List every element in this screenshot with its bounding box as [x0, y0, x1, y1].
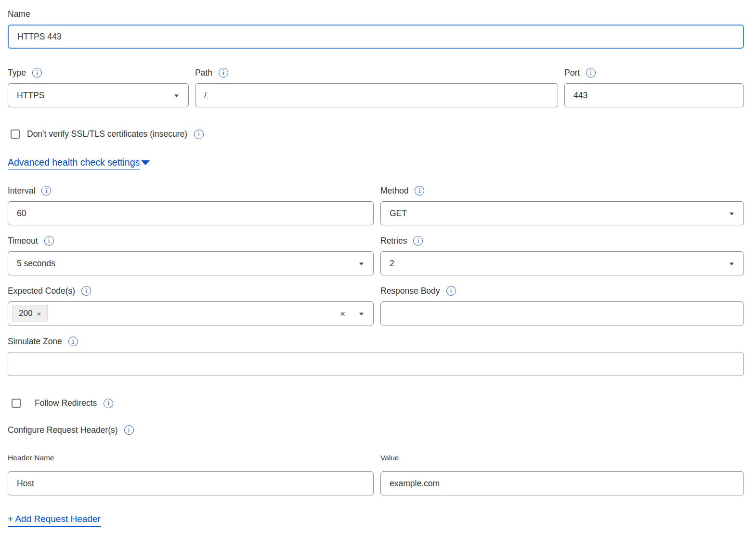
port-label: Port i — [564, 67, 744, 78]
header-name-input[interactable] — [8, 471, 374, 495]
info-icon[interactable]: i — [446, 286, 456, 296]
response-body-input[interactable] — [380, 301, 744, 325]
port-input[interactable] — [564, 83, 744, 107]
method-select[interactable]: GET ▼ — [380, 201, 744, 225]
timeout-label-text: Timeout — [8, 235, 38, 246]
health-check-form: Name Type i HTTPS ▼ Path i Port i — [0, 0, 756, 533]
info-icon[interactable]: i — [586, 68, 596, 78]
timeout-select[interactable]: 5 seconds ▼ — [8, 251, 374, 275]
header-name-label: Header Name — [8, 453, 374, 463]
path-label-text: Path — [195, 67, 212, 78]
path-label: Path i — [195, 67, 558, 78]
port-label-text: Port — [564, 67, 580, 78]
retries-label-text: Retries — [380, 235, 407, 246]
path-field: Path i — [195, 67, 558, 107]
insecure-checkbox-label: Don't verify SSL/TLS certificates (insec… — [27, 129, 187, 139]
name-label: Name — [8, 9, 744, 19]
chevron-down-icon[interactable]: ▼ — [358, 311, 365, 316]
retries-field: Retries i 2 ▼ — [380, 235, 744, 275]
header-value-field: Value — [380, 453, 744, 495]
retries-label: Retries i — [380, 235, 744, 246]
interval-label-text: Interval — [8, 185, 35, 196]
name-label-text: Name — [8, 9, 30, 19]
info-icon[interactable]: i — [41, 186, 51, 195]
expected-codes-label: Expected Code(s) i — [8, 286, 374, 296]
advanced-settings-link-text: Advanced health check settings — [8, 157, 140, 169]
retries-select-value: 2 — [390, 259, 729, 269]
retries-select[interactable]: 2 ▼ — [380, 251, 744, 275]
expected-codes-label-text: Expected Code(s) — [8, 286, 75, 296]
type-select-value: HTTPS — [17, 91, 173, 101]
response-body-label-text: Response Body — [380, 286, 440, 296]
simulate-zone-field: Simulate Zone i — [8, 336, 744, 376]
method-field: Method i GET ▼ — [380, 185, 744, 225]
request-header-row: Header Name Value — [8, 453, 744, 495]
info-icon[interactable]: i — [81, 286, 91, 296]
response-body-label: Response Body i — [380, 286, 744, 296]
chevron-down-icon: ▼ — [173, 92, 180, 98]
add-request-header-link[interactable]: + Add Request Header — [8, 514, 101, 527]
header-name-field: Header Name — [8, 453, 374, 495]
insecure-checkbox-row: Don't verify SSL/TLS certificates (insec… — [11, 129, 744, 139]
header-value-input[interactable] — [380, 471, 744, 495]
expected-codes-field: Expected Code(s) i 200 × × ▼ — [8, 286, 374, 325]
type-label: Type i — [8, 67, 189, 78]
expected-codes-multiselect[interactable]: 200 × × ▼ — [8, 301, 374, 325]
interval-label: Interval i — [8, 185, 374, 196]
request-headers-section-label: Configure Request Header(s) i — [8, 425, 744, 435]
info-icon[interactable]: i — [44, 236, 54, 246]
header-value-label: Value — [380, 453, 744, 463]
info-icon[interactable]: i — [194, 130, 204, 139]
simulate-zone-label: Simulate Zone i — [8, 336, 744, 347]
info-icon[interactable]: i — [415, 186, 424, 195]
timeout-select-value: 5 seconds — [17, 259, 358, 269]
clear-all-icon[interactable]: × — [340, 309, 345, 318]
info-icon[interactable]: i — [104, 399, 113, 408]
interval-input[interactable] — [8, 201, 374, 225]
tag-remove-icon[interactable]: × — [37, 310, 41, 317]
chevron-down-icon: ▼ — [728, 260, 735, 266]
follow-redirects-checkbox[interactable] — [12, 399, 21, 408]
timeout-label: Timeout i — [8, 235, 374, 246]
info-icon[interactable]: i — [124, 425, 134, 435]
simulate-zone-input[interactable] — [8, 352, 744, 376]
info-icon[interactable]: i — [32, 68, 42, 78]
request-headers-section-label-text: Configure Request Header(s) — [8, 425, 118, 435]
triangle-down-icon — [141, 160, 150, 165]
name-input[interactable] — [8, 25, 744, 49]
advanced-settings-link[interactable]: Advanced health check settings — [8, 157, 150, 169]
follow-redirects-label: Follow Redirects — [35, 398, 97, 408]
insecure-checkbox[interactable] — [11, 130, 20, 139]
type-label-text: Type — [8, 67, 26, 78]
info-icon[interactable]: i — [68, 337, 78, 346]
interval-field: Interval i — [8, 185, 374, 225]
chevron-down-icon: ▼ — [358, 260, 365, 266]
info-icon[interactable]: i — [413, 236, 423, 246]
follow-redirects-row: Follow Redirects i — [12, 398, 744, 408]
header-name-label-text: Header Name — [8, 453, 54, 463]
header-value-label-text: Value — [380, 453, 399, 463]
type-field: Type i HTTPS ▼ — [8, 67, 189, 107]
response-body-field: Response Body i — [380, 286, 744, 325]
method-select-value: GET — [390, 208, 729, 219]
type-select[interactable]: HTTPS ▼ — [8, 83, 189, 107]
info-icon[interactable]: i — [219, 68, 228, 78]
method-label-text: Method — [380, 185, 408, 196]
expected-code-tag: 200 × — [12, 305, 48, 322]
expected-code-tag-text: 200 — [19, 309, 32, 318]
simulate-zone-label-text: Simulate Zone — [8, 336, 62, 347]
port-field: Port i — [564, 67, 744, 107]
path-input[interactable] — [195, 83, 558, 107]
timeout-field: Timeout i 5 seconds ▼ — [8, 235, 374, 275]
method-label: Method i — [380, 185, 744, 196]
chevron-down-icon: ▼ — [728, 210, 735, 216]
